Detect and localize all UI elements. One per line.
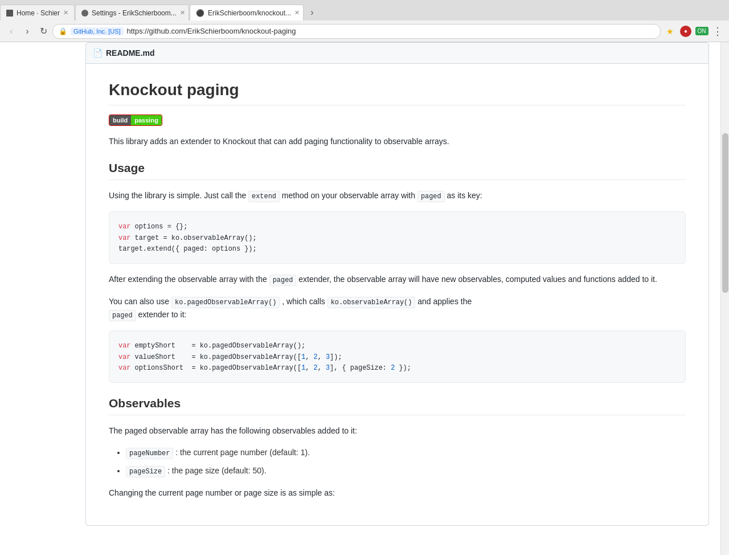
badge-container: build passing <box>109 115 686 126</box>
chrome-menu-icon[interactable]: ⋮ <box>711 24 724 38</box>
usage-text-middle: method on your observable array with <box>282 191 415 200</box>
also-use-text4: extender to it: <box>138 310 187 319</box>
readme-file-icon: 📄 <box>93 48 103 58</box>
after-extend-text2: extender, the observable array will have… <box>298 275 657 284</box>
usage-paged-code: paged <box>417 191 445 202</box>
intro-text: This library adds an extender to Knockou… <box>109 135 686 148</box>
also-use-text2: , which calls <box>282 297 325 306</box>
build-badge[interactable]: build passing <box>109 115 162 126</box>
badge-passing-label: passing <box>131 115 162 125</box>
nav-bar: ‹ › ↻ 🔒 GitHub, Inc. [US] https://github… <box>0 21 729 42</box>
readme-container: 📄 README.md Knockout paging build passin… <box>74 42 720 549</box>
forward-button[interactable]: › <box>21 24 34 38</box>
browser-window: Home · Schier ✕ Settings - ErikSchierboo… <box>0 0 729 560</box>
extension-green-icon[interactable]: ON <box>695 24 708 38</box>
badge-build-label: build <box>109 115 131 125</box>
readme-filename: README.md <box>106 48 155 58</box>
secure-icon: 🔒 <box>59 27 67 35</box>
back-button[interactable]: ‹ <box>5 24 18 38</box>
usage-text-after: as its key: <box>447 191 482 200</box>
usage-heading: Usage <box>109 161 686 180</box>
list-item: pageNumber : the current page number (de… <box>126 446 686 459</box>
readme-body: Knockout paging build passing This libra… <box>85 64 709 526</box>
tab-close-settings[interactable]: ✕ <box>180 9 185 17</box>
readme-header: 📄 README.md <box>85 42 709 64</box>
observables-list: pageNumber : the current page number (de… <box>109 446 686 477</box>
code-block-1: var options = {}; var target = ko.observ… <box>109 211 686 264</box>
also-use-code1: ko.pagedObservableArray() <box>171 297 280 308</box>
extension-red-icon[interactable]: ● <box>679 24 693 38</box>
tab-close-github[interactable]: ✕ <box>294 9 300 17</box>
observable-pageSize-text: : the page size (default: 50). <box>167 466 267 475</box>
list-item: pageSize : the page size (default: 50). <box>126 464 686 477</box>
url-text: https://github.com/ErikSchierboom/knocko… <box>127 27 654 35</box>
code-block-1-content: var options = {}; var target = ko.observ… <box>118 223 257 253</box>
tab-bar: Home · Schier ✕ Settings - ErikSchierboo… <box>0 0 729 21</box>
also-use-code3: paged <box>109 310 136 321</box>
toolbar-icons: ★ ● ON ⋮ <box>663 24 724 38</box>
also-use-text: You can also use ko.pagedObservableArray… <box>109 295 686 321</box>
scrollbar[interactable] <box>720 42 729 555</box>
tab-overflow-button[interactable]: › <box>304 5 320 21</box>
tab-favicon-home <box>6 10 13 17</box>
observables-intro-text: The paged observable array has the follo… <box>109 424 686 437</box>
also-use-text3: and applies the <box>417 297 472 306</box>
tab-home[interactable]: Home · Schier ✕ <box>0 5 75 21</box>
tab-label-github: ErikSchierboom/knockout... <box>208 9 291 17</box>
reload-button[interactable]: ↻ <box>36 24 50 38</box>
tab-settings[interactable]: Settings - ErikSchierboom... ✕ <box>75 5 189 21</box>
tab-close-home[interactable]: ✕ <box>63 9 68 17</box>
tab-label-home: Home · Schier <box>17 9 60 17</box>
tab-favicon-settings <box>81 10 88 17</box>
after-extend-text: After extending the observable array wit… <box>109 273 686 286</box>
bookmark-icon[interactable]: ★ <box>663 24 677 38</box>
also-use-text1: You can also use <box>109 297 169 306</box>
observables-heading: Observables <box>109 397 686 415</box>
after-extend-text1: After extending the observable array wit… <box>109 275 267 284</box>
also-use-code2: ko.observableArray() <box>327 297 416 308</box>
address-bar[interactable]: 🔒 GitHub, Inc. [US] https://github.com/E… <box>52 24 661 39</box>
observable-pageNumber-code: pageNumber <box>126 448 173 459</box>
changing-text: Changing the current page number or page… <box>109 487 686 499</box>
usage-description: Using the library is simple. Just call t… <box>109 189 686 202</box>
tab-favicon-github: ⚫ <box>196 9 204 17</box>
observable-pageSize-code: pageSize <box>126 466 165 477</box>
tab-github[interactable]: ⚫ ErikSchierboom/knockout... ✕ <box>190 5 304 21</box>
scrollbar-thumb[interactable] <box>722 133 728 293</box>
code-block-2-content: var emptyShort = ko.pagedObservableArray… <box>118 342 411 372</box>
page-title: Knockout paging <box>109 81 686 105</box>
code-block-2: var emptyShort = ko.pagedObservableArray… <box>109 330 686 383</box>
usage-text-before: Using the library is simple. Just call t… <box>109 191 246 200</box>
observable-pageNumber-text: : the current page number (default: 1). <box>175 448 310 457</box>
tab-label-settings: Settings - ErikSchierboom... <box>92 9 177 17</box>
after-extend-code1: paged <box>269 275 297 286</box>
org-badge: GitHub, Inc. [US] <box>71 27 124 35</box>
usage-extend-code: extend <box>248 191 280 202</box>
